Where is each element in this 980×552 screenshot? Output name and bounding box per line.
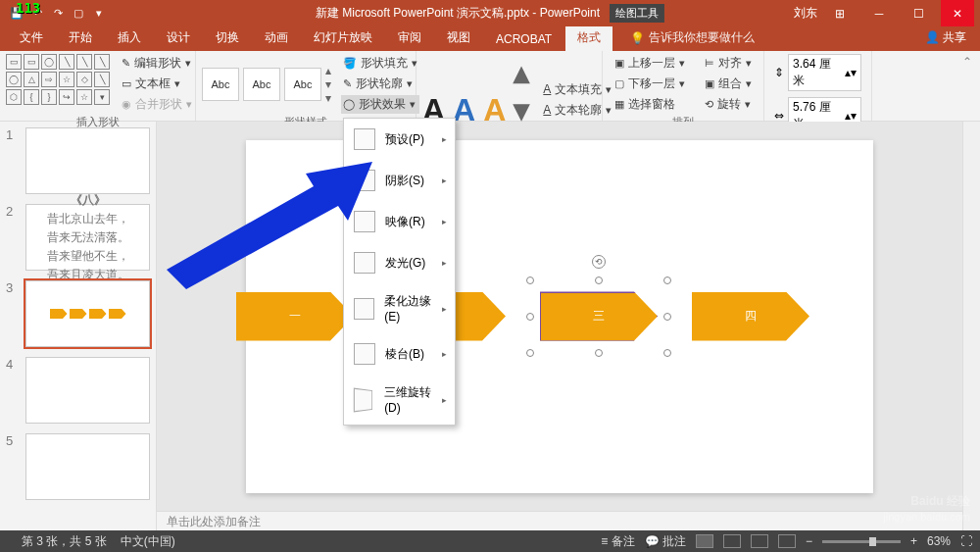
tab-insert[interactable]: 插入 <box>106 25 153 51</box>
chevron-4[interactable]: 四 <box>692 292 809 341</box>
menu-softedges[interactable]: 柔化边缘(E)▸ <box>344 283 455 333</box>
tab-slideshow[interactable]: 幻灯片放映 <box>302 25 384 51</box>
tab-file[interactable]: 文件 <box>8 25 55 51</box>
reading-view-icon[interactable] <box>751 534 768 548</box>
shape-fill-button[interactable]: 🪣 形状填充 ▾ <box>341 54 419 73</box>
ribbon: ▭▭◯╲╲╲ ◯△⇨☆◇╲ ⬡{}↪☆▾ ✎ 编辑形状 ▾ ▭ 文本框 ▾ ◉ … <box>0 51 980 122</box>
rotate-handle-icon[interactable]: ⟲ <box>592 255 606 269</box>
vertical-scrollbar[interactable] <box>962 122 980 530</box>
document-title: 新建 Microsoft PowerPoint 演示文稿.pptx - Powe… <box>316 5 600 22</box>
menu-shadow[interactable]: 阴影(S)▸ <box>344 160 455 201</box>
shape-effects-menu: 预设(P)▸ 阴影(S)▸ 映像(R)▸ 发光(G)▸ 柔化边缘(E)▸ 棱台(… <box>343 118 456 426</box>
tab-transitions[interactable]: 切换 <box>204 25 251 51</box>
tab-view[interactable]: 视图 <box>435 25 482 51</box>
height-field[interactable]: 3.64 厘米 ▴▾ <box>788 54 861 91</box>
width-icon: ⇔ <box>774 109 784 123</box>
menu-reflection[interactable]: 映像(R)▸ <box>344 201 455 242</box>
selection-pane-button[interactable]: ▦ 选择窗格 <box>612 95 687 114</box>
menu-bevel[interactable]: 棱台(B)▸ <box>344 333 455 375</box>
edit-shape-button[interactable]: ✎ 编辑形状 ▾ <box>120 54 194 73</box>
zoom-level[interactable]: 63% <box>927 534 951 548</box>
zoom-out-icon[interactable]: − <box>806 534 812 548</box>
notes-area[interactable]: 单击此处添加备注 <box>157 511 962 530</box>
qat-dropdown-icon[interactable]: ▾ <box>90 5 108 23</box>
shape-gallery[interactable]: ▭▭◯╲╲╲ ◯△⇨☆◇╲ ⬡{}↪☆▾ <box>6 54 110 114</box>
normal-view-icon[interactable] <box>696 534 713 548</box>
height-icon: ⇕ <box>774 66 784 79</box>
tell-me[interactable]: 💡 告诉我你想要做什么 <box>622 25 762 51</box>
tab-review[interactable]: 审阅 <box>386 25 433 51</box>
align-button[interactable]: ⊨ 对齐 ▾ <box>703 54 754 73</box>
badge-1: 113 <box>16 0 40 16</box>
zoom-in-icon[interactable]: + <box>910 534 917 548</box>
sorter-view-icon[interactable] <box>723 534 741 548</box>
group-button[interactable]: ▣ 组合 ▾ <box>703 75 754 93</box>
close-icon[interactable]: ✕ <box>941 0 974 26</box>
tab-home[interactable]: 开始 <box>57 25 104 51</box>
menu-3drotation[interactable]: 三维旋转(D)▸ <box>344 375 455 425</box>
tab-acrobat[interactable]: ACROBAT <box>484 27 564 51</box>
tab-animations[interactable]: 动画 <box>253 25 300 51</box>
chevron-3-selected[interactable]: ⟲ 三 <box>530 280 667 353</box>
collapse-ribbon-icon[interactable]: ⌃ <box>872 51 980 121</box>
merge-shapes-button: ◉ 合并形状 ▾ <box>120 95 194 114</box>
send-backward-button[interactable]: ▢ 下移一层 ▾ <box>612 75 687 93</box>
slide-thumb-5[interactable] <box>25 433 150 500</box>
slide-thumb-4[interactable] <box>25 357 150 424</box>
share-button[interactable]: 👤 共享 <box>911 25 980 51</box>
minimize-icon[interactable]: ─ <box>862 0 896 26</box>
slide-thumb-3[interactable] <box>25 280 150 347</box>
rotate-button[interactable]: ⟲ 旋转 ▾ <box>703 95 754 114</box>
slide-counter[interactable]: 第 3 张，共 5 张 <box>22 533 107 550</box>
redo-icon[interactable]: ↷ <box>49 5 67 23</box>
slide-thumb-2[interactable]: 《八》昔北京山去年，昔来无法清落。昔来望他不生，吾来且凌大道。 <box>25 204 150 271</box>
notes-toggle[interactable]: ≡ 备注 <box>601 533 634 550</box>
context-tab-label: 绘图工具 <box>610 4 664 23</box>
language-status[interactable]: 中文(中国) <box>121 533 175 550</box>
slide-panel[interactable]: 1 2《八》昔北京山去年，昔来无法清落。昔来望他不生，吾来且凌大道。 3 4 5 <box>0 122 157 530</box>
maximize-icon[interactable]: ☐ <box>902 0 935 26</box>
zoom-slider[interactable] <box>822 540 901 543</box>
watermark: Baidu 经验jingyan.baidu.com <box>883 483 970 523</box>
fit-window-icon[interactable]: ⛶ <box>960 534 972 548</box>
shape-effects-button[interactable]: ◯ 形状效果 ▾ <box>341 95 419 114</box>
comments-toggle[interactable]: 💬 批注 <box>645 533 686 550</box>
slide-canvas[interactable]: 一 二 ⟲ 三 四 <box>246 140 873 493</box>
menu-preset[interactable]: 预设(P)▸ <box>344 119 455 160</box>
user-name[interactable]: 刘东 <box>794 5 817 22</box>
textbox-button[interactable]: ▭ 文本框 ▾ <box>120 75 194 93</box>
status-bar: 第 3 张，共 5 张 中文(中国) ≡ 备注 💬 批注 − + 63% ⛶ <box>0 530 980 552</box>
slide-thumb-1[interactable] <box>25 127 150 194</box>
slideshow-view-icon[interactable] <box>778 534 796 548</box>
menu-glow[interactable]: 发光(G)▸ <box>344 242 455 283</box>
shape-outline-button[interactable]: ✎ 形状轮廓 ▾ <box>341 75 419 93</box>
shape-style-gallery[interactable]: Abc Abc Abc ▴▾▾ <box>202 64 331 105</box>
title-bar: 💾 ↶ ↷ ▢ ▾ 新建 Microsoft PowerPoint 演示文稿.p… <box>0 0 980 26</box>
ribbon-tabs: 文件 开始 插入 设计 切换 动画 幻灯片放映 审阅 视图 ACROBAT 格式… <box>0 26 980 51</box>
tab-format[interactable]: 格式 <box>565 25 612 51</box>
bring-forward-button[interactable]: ▣ 上移一层 ▾ <box>612 54 687 73</box>
start-from-beginning-icon[interactable]: ▢ <box>70 5 87 23</box>
ribbon-options-icon[interactable]: ⊞ <box>823 0 857 26</box>
chevron-1[interactable]: 一 <box>236 292 354 341</box>
tab-design[interactable]: 设计 <box>155 25 202 51</box>
